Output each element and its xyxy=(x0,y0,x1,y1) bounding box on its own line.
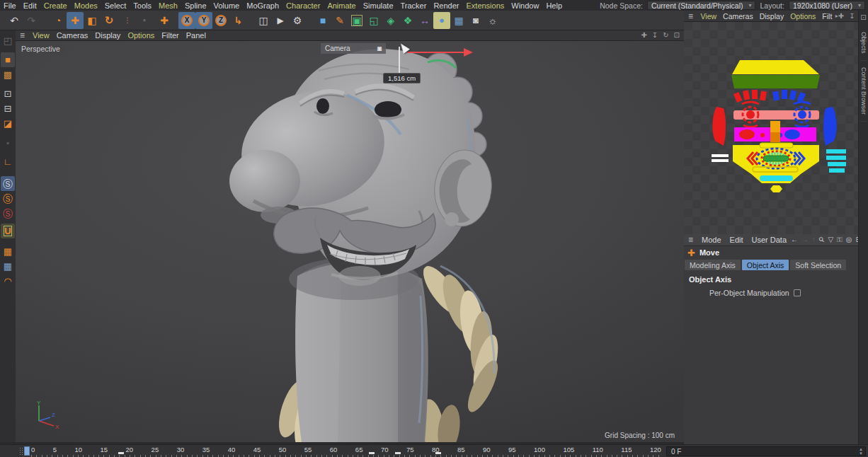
attr-menu-userdata[interactable]: User Data xyxy=(748,236,792,244)
forward-icon[interactable]: → xyxy=(801,236,809,243)
rp-dolly-view-icon[interactable]: ↧ xyxy=(849,13,855,20)
timeline-grip[interactable] xyxy=(19,447,23,456)
menu-render[interactable]: Render xyxy=(430,1,462,10)
search-icon[interactable]: ⚲ xyxy=(818,236,826,244)
menu-modes[interactable]: Modes xyxy=(71,1,101,10)
timeline-keyframe-marker[interactable] xyxy=(118,452,124,454)
coordinate-system-icon[interactable]: ↳ xyxy=(229,12,246,29)
uv-viewport-menu-icon[interactable]: ≡ xyxy=(684,11,697,21)
rp-menu-filter[interactable]: Filt xyxy=(819,12,835,21)
subdivision-surface-icon[interactable]: ▣ xyxy=(348,12,365,29)
rp-menu-cameras[interactable]: Cameras xyxy=(720,12,757,21)
quantize-icon[interactable]: ▦ xyxy=(1,244,15,259)
lock-z-axis-icon[interactable]: Z xyxy=(212,12,229,29)
add-cube-icon[interactable]: ■ xyxy=(314,12,331,29)
attr-menu-mode[interactable]: Mode xyxy=(697,236,726,244)
make-editable-icon[interactable]: ◰ xyxy=(1,33,15,48)
texture-mode-icon[interactable]: ▩ xyxy=(1,67,15,82)
render-picture-viewer-icon[interactable]: ▶ xyxy=(272,12,289,29)
redo-icon[interactable]: ↷ xyxy=(23,12,40,29)
uv-mode-icon[interactable]: ▪ xyxy=(1,135,15,150)
vp-menu-options[interactable]: Options xyxy=(124,31,158,40)
move-icon[interactable]: ✚ xyxy=(67,12,84,29)
menu-file[interactable]: File xyxy=(0,1,20,10)
snap-icon[interactable]: U xyxy=(1,224,15,238)
pan-view-icon[interactable]: ✚ xyxy=(641,32,646,39)
polygon-mode-icon[interactable]: ◪ xyxy=(1,116,15,131)
spline-tools-icon[interactable]: ↔ xyxy=(416,12,433,29)
menu-help[interactable]: Help xyxy=(542,1,566,10)
light-icon[interactable]: ☼ xyxy=(484,12,501,29)
menu-character[interactable]: Character xyxy=(282,1,324,10)
deformer-icon[interactable]: ◈ xyxy=(382,12,399,29)
dynamic-guides-icon[interactable]: ◠ xyxy=(1,274,15,289)
attributes-menu-icon[interactable]: ≡ xyxy=(684,235,697,245)
camera-icon[interactable]: ◙ xyxy=(467,12,484,29)
rotate-icon[interactable]: ↻ xyxy=(101,12,118,29)
vp-menu-view[interactable]: View xyxy=(29,31,53,40)
menu-spline[interactable]: Spline xyxy=(181,1,210,10)
perspective-viewport[interactable]: Perspective Camera ◙ 1,516 cm Grid Spaci… xyxy=(16,41,684,442)
point-mode-icon[interactable]: ⊡ xyxy=(1,86,15,101)
last-tool-icon[interactable]: ◦ xyxy=(136,12,153,29)
parent-icon[interactable]: ↑ xyxy=(812,236,816,243)
cloner-icon[interactable]: ❖ xyxy=(399,12,416,29)
axis-modify-icon[interactable]: ✚ xyxy=(156,12,173,29)
focus-icon[interactable]: ◎ xyxy=(846,236,852,243)
timeline-keyframe-marker[interactable] xyxy=(369,452,375,454)
maximize-view-icon[interactable]: ⊡ xyxy=(674,32,680,39)
menu-volume[interactable]: Volume xyxy=(210,1,244,10)
menu-edit[interactable]: Edit xyxy=(20,1,40,10)
menu-mograph[interactable]: MoGraph xyxy=(243,1,282,10)
timeline-ruler[interactable]: 0510152025303540455055606570758085909510… xyxy=(31,445,661,457)
node-space-dropdown[interactable]: Current (Standard/Physical) ▾ xyxy=(647,1,756,10)
menu-simulate[interactable]: Simulate xyxy=(360,1,397,10)
add-spline-icon[interactable]: ✎ xyxy=(331,12,348,29)
instance-icon[interactable]: ◱ xyxy=(365,12,382,29)
filter-icon[interactable]: ▽ xyxy=(828,236,833,243)
tool-option-tab[interactable]: Modeling Axis xyxy=(685,260,741,270)
menu-mesh[interactable]: Mesh xyxy=(155,1,181,10)
rp-pan-view-icon[interactable]: ✚ xyxy=(838,13,844,20)
vp-menu-display[interactable]: Display xyxy=(91,31,124,40)
lock-x-axis-icon[interactable]: X xyxy=(178,12,195,29)
lock-y-axis-icon[interactable]: Y xyxy=(195,12,212,29)
vp-menu-panel[interactable]: Panel xyxy=(183,31,210,40)
dock-vertical-tab[interactable]: Content Browser xyxy=(860,61,867,122)
menu-tracker[interactable]: Tracker xyxy=(397,1,430,10)
rp-menu-options[interactable]: Options xyxy=(787,12,819,21)
uv-face-graphic[interactable] xyxy=(684,22,858,234)
solo-single-icon[interactable]: Ⓢ xyxy=(1,191,15,206)
workplane-lock-icon[interactable]: ▦ xyxy=(1,259,15,274)
floor-icon[interactable]: ▦ xyxy=(450,12,467,29)
dolly-view-icon[interactable]: ↧ xyxy=(652,32,658,39)
live-selection-icon[interactable]: ◔ xyxy=(50,12,67,29)
tool-option-tab[interactable]: Soft Selection xyxy=(790,260,846,270)
camera-object-tag[interactable]: Camera ◙ xyxy=(321,43,386,54)
character-head[interactable] xyxy=(229,49,496,286)
solo-off-icon[interactable]: Ⓢ xyxy=(1,176,15,191)
workplane-mode-icon[interactable]: ∟ xyxy=(1,154,15,169)
x-axis-handle[interactable] xyxy=(407,52,465,53)
render-settings-icon[interactable]: ⚙ xyxy=(289,12,306,29)
rp-menu-view[interactable]: View xyxy=(697,12,720,21)
menu-animate[interactable]: Animate xyxy=(324,1,359,10)
last-tool-psr-icon[interactable]: ⋮ xyxy=(119,12,136,29)
timeline-playhead[interactable] xyxy=(24,446,30,456)
menu-tools[interactable]: Tools xyxy=(130,1,155,10)
lock-icon[interactable]: ⚿ xyxy=(837,236,843,243)
current-frame-field[interactable]: 0 F ▲▼ xyxy=(666,446,866,456)
back-icon[interactable]: ← xyxy=(791,236,798,243)
solo-hierarchy-icon[interactable]: Ⓢ xyxy=(1,206,15,221)
menu-extensions[interactable]: Extensions xyxy=(462,1,508,10)
timeline-keyframe-marker[interactable] xyxy=(395,452,401,454)
per-object-manipulation-checkbox[interactable] xyxy=(794,289,801,296)
viewport-projection-label[interactable]: Perspective xyxy=(17,44,64,54)
rp-menu-display[interactable]: Display xyxy=(756,12,787,21)
timeline-keyframe-marker[interactable] xyxy=(435,452,441,454)
tool-option-tab[interactable]: Object Axis xyxy=(742,260,789,270)
frame-spinner[interactable]: ▲▼ xyxy=(859,447,865,456)
viewport-menu-icon[interactable]: ≡ xyxy=(16,30,29,40)
orbit-view-icon[interactable]: ↻ xyxy=(663,32,668,39)
vp-menu-cameras[interactable]: Cameras xyxy=(53,31,92,40)
